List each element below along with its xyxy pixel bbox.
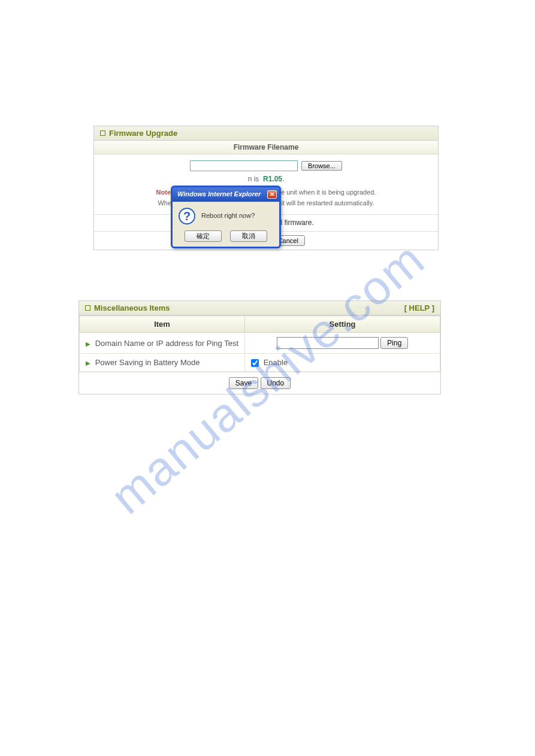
misc-header-title: Miscellaneous Items xyxy=(94,303,170,312)
question-icon: ? xyxy=(179,208,195,224)
firmware-upgrade-panel: Firmware Upgrade Firmware Filename Brows… xyxy=(93,126,439,250)
firmware-header: Firmware Upgrade xyxy=(94,126,438,141)
table-row: ▶ Domain Name or IP address for Ping Tes… xyxy=(80,333,440,354)
box-icon xyxy=(85,305,90,311)
table-row: ▶ Power Saving in Battery Mode Enable xyxy=(80,354,440,372)
ping-button[interactable]: Ping xyxy=(380,337,408,349)
dialog-message: Reboot right now? xyxy=(201,211,255,221)
version-fragment-prefix: n is xyxy=(248,175,259,183)
firmware-file-input[interactable] xyxy=(190,160,298,171)
undo-button[interactable]: Undo xyxy=(261,377,291,389)
enable-checkbox[interactable] xyxy=(251,359,259,367)
note2-suffix: unit will be restarted automatically. xyxy=(274,199,374,207)
box-icon xyxy=(100,130,105,136)
firmware-body: Browse... n is R1.05. Note! Do n the uni… xyxy=(94,154,438,215)
note1-suffix: the unit when it is being upgraded. xyxy=(276,189,376,196)
ping-test-label: Domain Name or IP address for Ping Test xyxy=(95,339,238,348)
col-setting-header: Setting xyxy=(245,316,440,333)
col-item-header: Item xyxy=(80,316,245,333)
dialog-title: Windows Internet Explorer xyxy=(177,189,261,200)
ping-address-input[interactable] xyxy=(277,337,379,349)
dialog-titlebar[interactable]: Windows Internet Explorer ✕ xyxy=(173,187,279,202)
firmware-subheader: Firmware Filename xyxy=(94,141,438,154)
misc-table: Item Setting ▶ Domain Name or IP address… xyxy=(79,315,440,372)
enable-label: Enable xyxy=(264,358,288,367)
help-link[interactable]: [ HELP ] xyxy=(404,303,434,312)
dialog-ok-button[interactable]: 確定 xyxy=(185,230,222,242)
reboot-dialog: Windows Internet Explorer ✕ ? Reboot rig… xyxy=(171,186,281,248)
enable-label-wrap[interactable]: Enable xyxy=(251,358,288,367)
triangle-icon: ▶ xyxy=(86,360,90,366)
dialog-cancel-button[interactable]: 取消 xyxy=(230,230,267,242)
save-button[interactable]: Save xyxy=(229,377,258,389)
misc-header: Miscellaneous Items [ HELP ] xyxy=(79,301,440,315)
firmware-version-value: R1.05 xyxy=(263,175,282,183)
miscellaneous-panel: Miscellaneous Items [ HELP ] Item Settin… xyxy=(78,300,441,394)
close-icon[interactable]: ✕ xyxy=(267,190,277,199)
misc-footer: Save Undo xyxy=(79,372,440,394)
triangle-icon: ▶ xyxy=(86,341,90,347)
power-saving-label: Power Saving in Battery Mode xyxy=(95,358,200,367)
firmware-header-title: Firmware Upgrade xyxy=(109,129,177,138)
browse-button[interactable]: Browse... xyxy=(301,161,342,171)
